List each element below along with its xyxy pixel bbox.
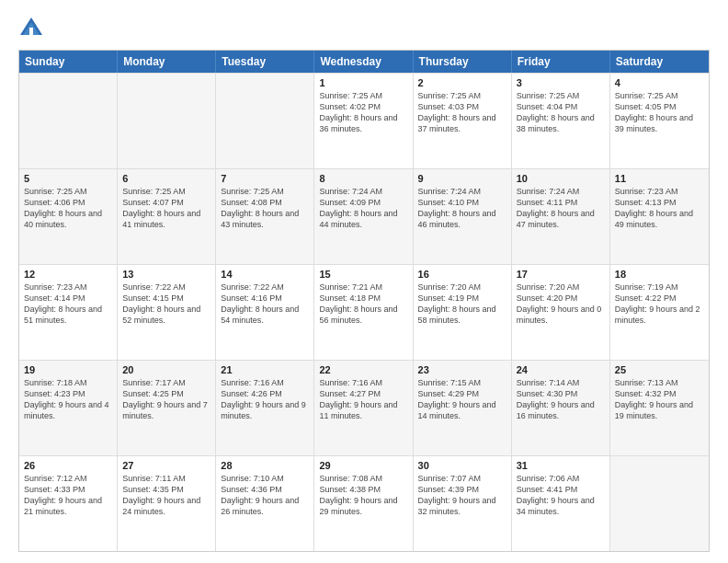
calendar-cell: 7Sunrise: 7:25 AMSunset: 4:08 PMDaylight… bbox=[216, 169, 314, 264]
day-number: 16 bbox=[418, 269, 506, 280]
day-number: 2 bbox=[418, 77, 506, 88]
calendar-cell: 22Sunrise: 7:16 AMSunset: 4:27 PMDayligh… bbox=[314, 361, 413, 455]
calendar-cell: 15Sunrise: 7:21 AMSunset: 4:18 PMDayligh… bbox=[314, 265, 413, 360]
cell-info: Sunrise: 7:23 AMSunset: 4:14 PMDaylight:… bbox=[24, 282, 112, 327]
cell-info: Sunrise: 7:10 AMSunset: 4:36 PMDaylight:… bbox=[221, 473, 309, 518]
day-number: 14 bbox=[221, 269, 309, 280]
cell-info: Sunrise: 7:23 AMSunset: 4:13 PMDaylight:… bbox=[615, 186, 704, 231]
day-number: 10 bbox=[517, 173, 605, 184]
header-day-tuesday: Tuesday bbox=[216, 51, 314, 73]
calendar-cell: 13Sunrise: 7:22 AMSunset: 4:15 PMDayligh… bbox=[118, 265, 216, 360]
calendar-cell: 12Sunrise: 7:23 AMSunset: 4:14 PMDayligh… bbox=[19, 265, 118, 360]
day-number: 30 bbox=[418, 460, 506, 471]
day-number: 17 bbox=[517, 269, 605, 280]
day-number: 9 bbox=[418, 173, 506, 184]
day-number: 13 bbox=[122, 269, 210, 280]
day-number: 22 bbox=[319, 364, 407, 375]
day-number: 24 bbox=[517, 364, 605, 375]
calendar-cell bbox=[216, 74, 314, 168]
cell-info: Sunrise: 7:24 AMSunset: 4:11 PMDaylight:… bbox=[517, 186, 605, 231]
day-number: 5 bbox=[24, 173, 112, 184]
cell-info: Sunrise: 7:25 AMSunset: 4:03 PMDaylight:… bbox=[418, 90, 506, 135]
cell-info: Sunrise: 7:11 AMSunset: 4:35 PMDaylight:… bbox=[122, 473, 210, 518]
cell-info: Sunrise: 7:25 AMSunset: 4:08 PMDaylight:… bbox=[221, 186, 309, 231]
calendar-cell: 27Sunrise: 7:11 AMSunset: 4:35 PMDayligh… bbox=[118, 456, 216, 551]
cell-info: Sunrise: 7:06 AMSunset: 4:41 PMDaylight:… bbox=[517, 473, 605, 518]
day-number: 28 bbox=[221, 460, 309, 471]
calendar-body: 1Sunrise: 7:25 AMSunset: 4:02 PMDaylight… bbox=[19, 73, 709, 551]
calendar-cell: 8Sunrise: 7:24 AMSunset: 4:09 PMDaylight… bbox=[314, 169, 413, 264]
day-number: 26 bbox=[24, 460, 112, 471]
day-number: 21 bbox=[221, 364, 309, 375]
cell-info: Sunrise: 7:25 AMSunset: 4:07 PMDaylight:… bbox=[122, 186, 210, 231]
calendar-cell: 10Sunrise: 7:24 AMSunset: 4:11 PMDayligh… bbox=[512, 169, 610, 264]
logo bbox=[18, 15, 48, 40]
cell-info: Sunrise: 7:12 AMSunset: 4:33 PMDaylight:… bbox=[24, 473, 112, 518]
calendar-cell: 28Sunrise: 7:10 AMSunset: 4:36 PMDayligh… bbox=[216, 456, 314, 551]
calendar-cell: 20Sunrise: 7:17 AMSunset: 4:25 PMDayligh… bbox=[118, 361, 216, 455]
header-day-thursday: Thursday bbox=[414, 51, 512, 73]
calendar-cell: 16Sunrise: 7:20 AMSunset: 4:19 PMDayligh… bbox=[414, 265, 512, 360]
cell-info: Sunrise: 7:25 AMSunset: 4:06 PMDaylight:… bbox=[24, 186, 112, 231]
day-number: 29 bbox=[319, 460, 407, 471]
page: SundayMondayTuesdayWednesdayThursdayFrid… bbox=[0, 0, 728, 563]
header-day-friday: Friday bbox=[512, 51, 610, 73]
cell-info: Sunrise: 7:17 AMSunset: 4:25 PMDaylight:… bbox=[122, 377, 210, 422]
day-number: 25 bbox=[615, 364, 704, 375]
cell-info: Sunrise: 7:25 AMSunset: 4:04 PMDaylight:… bbox=[517, 90, 605, 135]
day-number: 23 bbox=[418, 364, 506, 375]
calendar-cell: 19Sunrise: 7:18 AMSunset: 4:23 PMDayligh… bbox=[19, 361, 118, 455]
header-day-sunday: Sunday bbox=[19, 51, 118, 73]
calendar-cell: 6Sunrise: 7:25 AMSunset: 4:07 PMDaylight… bbox=[118, 169, 216, 264]
header-day-wednesday: Wednesday bbox=[314, 51, 413, 73]
cell-info: Sunrise: 7:08 AMSunset: 4:38 PMDaylight:… bbox=[319, 473, 407, 518]
calendar-cell bbox=[19, 74, 118, 168]
day-number: 19 bbox=[24, 364, 112, 375]
calendar-cell: 26Sunrise: 7:12 AMSunset: 4:33 PMDayligh… bbox=[19, 456, 118, 551]
day-number: 7 bbox=[221, 173, 309, 184]
calendar-cell: 11Sunrise: 7:23 AMSunset: 4:13 PMDayligh… bbox=[610, 169, 709, 264]
calendar-cell: 23Sunrise: 7:15 AMSunset: 4:29 PMDayligh… bbox=[414, 361, 512, 455]
header-day-saturday: Saturday bbox=[610, 51, 709, 73]
calendar-cell: 18Sunrise: 7:19 AMSunset: 4:22 PMDayligh… bbox=[610, 265, 709, 360]
calendar-cell: 31Sunrise: 7:06 AMSunset: 4:41 PMDayligh… bbox=[512, 456, 610, 551]
day-number: 12 bbox=[24, 269, 112, 280]
cell-info: Sunrise: 7:24 AMSunset: 4:10 PMDaylight:… bbox=[418, 186, 506, 231]
calendar-cell: 4Sunrise: 7:25 AMSunset: 4:05 PMDaylight… bbox=[610, 74, 709, 168]
header-day-monday: Monday bbox=[118, 51, 216, 73]
cell-info: Sunrise: 7:21 AMSunset: 4:18 PMDaylight:… bbox=[319, 282, 407, 327]
calendar-week-1: 1Sunrise: 7:25 AMSunset: 4:02 PMDaylight… bbox=[19, 73, 709, 168]
day-number: 6 bbox=[122, 173, 210, 184]
cell-info: Sunrise: 7:19 AMSunset: 4:22 PMDaylight:… bbox=[615, 282, 704, 327]
cell-info: Sunrise: 7:20 AMSunset: 4:19 PMDaylight:… bbox=[418, 282, 506, 327]
header bbox=[18, 15, 710, 40]
calendar-cell: 30Sunrise: 7:07 AMSunset: 4:39 PMDayligh… bbox=[414, 456, 512, 551]
cell-info: Sunrise: 7:22 AMSunset: 4:15 PMDaylight:… bbox=[122, 282, 210, 327]
calendar-week-3: 12Sunrise: 7:23 AMSunset: 4:14 PMDayligh… bbox=[19, 264, 709, 360]
day-number: 27 bbox=[122, 460, 210, 471]
day-number: 18 bbox=[615, 269, 704, 280]
day-number: 8 bbox=[319, 173, 407, 184]
calendar-cell: 25Sunrise: 7:13 AMSunset: 4:32 PMDayligh… bbox=[610, 361, 709, 455]
calendar-cell: 9Sunrise: 7:24 AMSunset: 4:10 PMDaylight… bbox=[414, 169, 512, 264]
svg-rect-2 bbox=[29, 28, 33, 35]
cell-info: Sunrise: 7:15 AMSunset: 4:29 PMDaylight:… bbox=[418, 377, 506, 422]
cell-info: Sunrise: 7:18 AMSunset: 4:23 PMDaylight:… bbox=[24, 377, 112, 422]
calendar-header-row: SundayMondayTuesdayWednesdayThursdayFrid… bbox=[19, 51, 709, 73]
cell-info: Sunrise: 7:24 AMSunset: 4:09 PMDaylight:… bbox=[319, 186, 407, 231]
calendar-week-2: 5Sunrise: 7:25 AMSunset: 4:06 PMDaylight… bbox=[19, 168, 709, 264]
day-number: 20 bbox=[122, 364, 210, 375]
cell-info: Sunrise: 7:14 AMSunset: 4:30 PMDaylight:… bbox=[517, 377, 605, 422]
calendar-cell: 5Sunrise: 7:25 AMSunset: 4:06 PMDaylight… bbox=[19, 169, 118, 264]
day-number: 31 bbox=[517, 460, 605, 471]
calendar-cell: 1Sunrise: 7:25 AMSunset: 4:02 PMDaylight… bbox=[314, 74, 413, 168]
calendar-week-5: 26Sunrise: 7:12 AMSunset: 4:33 PMDayligh… bbox=[19, 455, 709, 551]
day-number: 1 bbox=[319, 77, 407, 88]
cell-info: Sunrise: 7:16 AMSunset: 4:27 PMDaylight:… bbox=[319, 377, 407, 422]
cell-info: Sunrise: 7:22 AMSunset: 4:16 PMDaylight:… bbox=[221, 282, 309, 327]
cell-info: Sunrise: 7:07 AMSunset: 4:39 PMDaylight:… bbox=[418, 473, 506, 518]
calendar-cell: 3Sunrise: 7:25 AMSunset: 4:04 PMDaylight… bbox=[512, 74, 610, 168]
calendar-cell: 17Sunrise: 7:20 AMSunset: 4:20 PMDayligh… bbox=[512, 265, 610, 360]
cell-info: Sunrise: 7:16 AMSunset: 4:26 PMDaylight:… bbox=[221, 377, 309, 422]
cell-info: Sunrise: 7:25 AMSunset: 4:05 PMDaylight:… bbox=[615, 90, 704, 135]
